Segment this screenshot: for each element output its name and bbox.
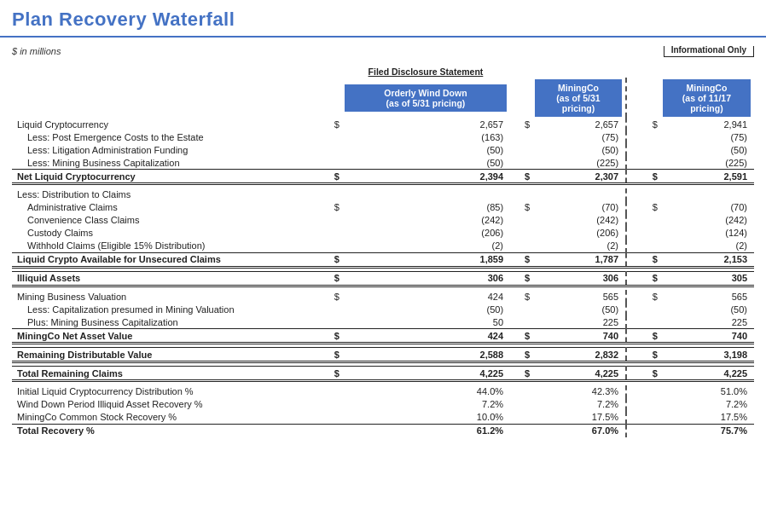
col1-value: 1,859 [341,252,510,267]
table-row: Plus: Mining Business Capitalization5022… [12,315,754,329]
col1-dollar [320,156,341,170]
col1-value: 4,225 [341,367,510,381]
row-label: Net Liquid Cryptocurrency [12,170,320,184]
row-label: Mining Business Valuation [12,290,320,303]
row-label: Less: Mining Business Capitalization [12,156,320,170]
row-label: Liquid Cryptocurrency [12,118,320,130]
col3-dollar [638,398,659,411]
row-label: Less: Litigation Administration Funding [12,143,320,156]
table-row: Custody Claims(206)(206)(124) [12,227,754,240]
col1-value: 50 [341,315,510,329]
col3-value: (124) [659,227,754,240]
col3-value: (50) [659,303,754,315]
col1-dollar [320,188,341,201]
col1-dollar [320,303,341,315]
row-label: Less: Post Emergence Costs to the Estate [12,130,320,143]
dashed-separator [626,329,638,344]
col3-dollar: $ [638,201,659,214]
row-label: Illiquid Assets [12,271,320,286]
col3-value: 2,941 [659,118,754,130]
main-content: Informational Only $ in millions Filed D… [0,38,766,446]
col1-dollar [320,424,341,437]
col3-value: 740 [659,329,754,344]
col1-value: 306 [341,271,510,286]
col3-dollar: $ [638,271,659,286]
table-row: Less: Capitalization presumed in Mining … [12,303,754,315]
dashed-separator [626,201,638,214]
table-row: Withhold Claims (Eligible 15% Distributi… [12,240,754,253]
row-label: Less: Capitalization presumed in Mining … [12,303,320,315]
table-row: MiningCo Common Stock Recovery %10.0%17.… [12,411,754,425]
table-row: Administrative Claims$(85)$(70)$(70) [12,201,754,214]
dashed-separator [626,227,638,240]
col1-value: 2,394 [341,170,510,184]
dashed-separator [626,367,638,381]
dashed-separator [626,240,638,253]
row-label: Wind Down Period Illiquid Asset Recovery… [12,398,320,411]
table-row: Initial Liquid Cryptocurrency Distributi… [12,385,754,398]
col2-value: (2) [531,240,626,253]
col1-value: 61.2% [341,424,510,437]
col3-value: 305 [659,271,754,286]
col2-value: (70) [531,201,626,214]
col3-dollar [638,315,659,329]
col1-dollar [320,411,341,425]
informational-only-box: Informational Only [664,46,754,57]
col2-value: 740 [531,329,626,344]
col2-dollar [510,188,531,201]
col1-dollar [320,385,341,398]
dashed-separator [626,271,638,286]
col3-value: (50) [659,143,754,156]
col3-dollar [638,143,659,156]
row-label: Custody Claims [12,227,320,240]
col1-value: (163) [341,130,510,143]
col3-value: (2) [659,240,754,253]
col2-value: (50) [531,303,626,315]
dashed-separator [626,143,638,156]
col1-dollar: $ [320,118,341,130]
col1-value [341,188,510,201]
col1-value: (50) [341,303,510,315]
col1-header: Orderly Wind Down(as of 5/31 pricing) [345,84,507,112]
col3-dollar [638,240,659,253]
col1-dollar [320,214,341,227]
dashed-separator [626,398,638,411]
col3-value: 51.0% [659,385,754,398]
col1-value: (50) [341,143,510,156]
row-label: Liquid Crypto Available for Unsecured Cl… [12,252,320,267]
col2-dollar: $ [510,252,531,267]
col1-value: (2) [341,240,510,253]
col2-dollar: $ [510,271,531,286]
col2-value: (225) [531,156,626,170]
col3-dollar [638,385,659,398]
col2-dollar [510,424,531,437]
col1-value: 2,657 [341,118,510,130]
col1-dollar [320,240,341,253]
row-label: MiningCo Common Stock Recovery % [12,411,320,425]
row-label: Initial Liquid Cryptocurrency Distributi… [12,385,320,398]
table-row: Wind Down Period Illiquid Asset Recovery… [12,398,754,411]
col2-value [531,188,626,201]
col2-dollar [510,156,531,170]
col3-dollar: $ [638,170,659,184]
col3-value: (242) [659,214,754,227]
col3-dollar: $ [638,252,659,267]
col2-dollar: $ [510,367,531,381]
col3-dollar [638,188,659,201]
col2-dollar [510,411,531,425]
units-label: $ in millions [12,46,754,56]
col2-dollar [510,130,531,143]
table-row: Net Liquid Cryptocurrency$2,394$2,307$2,… [12,170,754,184]
col2-dollar [510,385,531,398]
col3-header: MiningCo(as of 11/17 pricing) [663,79,751,117]
col1-value: 44.0% [341,385,510,398]
col3-value: (225) [659,156,754,170]
col1-value: (206) [341,227,510,240]
col2-value: 4,225 [531,367,626,381]
col1-dollar: $ [320,271,341,286]
dashed-separator [626,130,638,143]
page-header: Plan Recovery Waterfall [0,0,766,38]
col2-value: 1,787 [531,252,626,267]
col1-dollar: $ [320,170,341,184]
col3-value: 4,225 [659,367,754,381]
